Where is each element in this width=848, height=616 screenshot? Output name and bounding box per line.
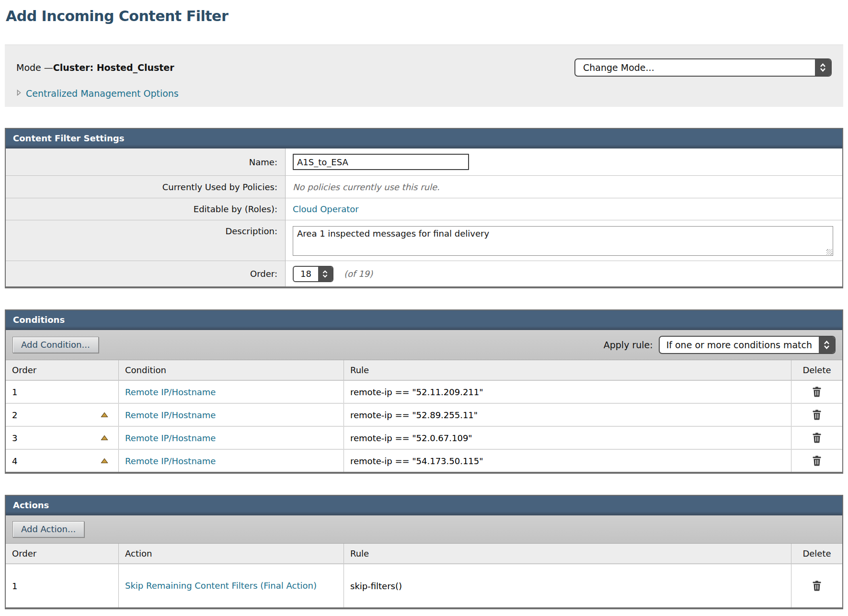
page-title: Add Incoming Content Filter xyxy=(6,8,843,24)
change-mode-select[interactable]: Change Mode... xyxy=(574,58,832,77)
change-mode-select-value: Change Mode... xyxy=(575,59,815,76)
action-order: 1 xyxy=(12,581,17,591)
disclosure-triangle-icon xyxy=(16,89,22,98)
policies-label: Currently Used by Policies: xyxy=(6,176,286,198)
order-select-value: 18 xyxy=(294,267,318,281)
centralized-management-options-label: Centralized Management Options xyxy=(26,88,179,99)
condition-link[interactable]: Remote IP/Hostname xyxy=(125,456,216,466)
column-header-action: Action xyxy=(119,544,344,563)
move-up-icon[interactable] xyxy=(101,435,108,441)
content-filter-settings-header: Content Filter Settings xyxy=(6,129,842,148)
action-link[interactable]: Skip Remaining Content Filters (Final Ac… xyxy=(125,580,317,592)
centralized-management-options-link[interactable]: Centralized Management Options xyxy=(16,88,179,99)
column-header-order: Order xyxy=(6,360,119,380)
apply-rule-label: Apply rule: xyxy=(604,340,653,350)
select-chevrons-icon xyxy=(815,59,831,76)
description-label: Description: xyxy=(6,220,286,261)
actions-table-header: Order Action Rule Delete xyxy=(6,544,842,564)
page: Add Incoming Content Filter Mode —Cluste… xyxy=(0,0,848,616)
mode-text: Mode —Cluster: Hosted_Cluster xyxy=(16,62,174,73)
actions-table: Order Action Rule Delete 1 Skip Remainin… xyxy=(6,544,842,607)
apply-rule-select-value: If one or more conditions match xyxy=(660,337,819,353)
delete-condition-button[interactable] xyxy=(811,432,823,444)
conditions-section: Conditions Add Condition... Apply rule: … xyxy=(5,309,843,474)
order-label: Order: xyxy=(6,261,286,286)
trash-icon xyxy=(812,456,822,466)
trash-icon xyxy=(812,581,822,591)
add-action-button[interactable]: Add Action... xyxy=(12,521,84,537)
condition-link[interactable]: Remote IP/Hostname xyxy=(125,433,216,443)
conditions-table-header: Order Condition Rule Delete xyxy=(6,360,842,381)
trash-icon xyxy=(812,433,822,443)
delete-condition-button[interactable] xyxy=(811,386,823,398)
textarea-resize-grip[interactable] xyxy=(826,249,832,255)
condition-order: 4 xyxy=(12,456,17,466)
description-textarea[interactable]: Area 1 inspected messages for final deli… xyxy=(293,226,833,256)
action-row: 1 Skip Remaining Content Filters (Final … xyxy=(6,564,842,607)
delete-condition-button[interactable] xyxy=(811,409,823,421)
conditions-table: Order Condition Rule Delete 1 Remote IP/… xyxy=(6,360,842,472)
content-filter-settings-section: Content Filter Settings Name: Currently … xyxy=(5,128,843,288)
column-header-rule: Rule xyxy=(344,544,791,563)
name-label: Name: xyxy=(6,148,286,175)
add-condition-button[interactable]: Add Condition... xyxy=(12,337,99,353)
condition-row: 1 Remote IP/Hostname remote-ip == "52.11… xyxy=(6,381,842,404)
condition-order: 2 xyxy=(12,410,17,420)
column-header-delete: Delete xyxy=(791,360,842,380)
condition-rule: remote-ip == "52.11.209.211" xyxy=(344,381,791,403)
conditions-toolbar: Add Condition... Apply rule: If one or m… xyxy=(6,330,842,360)
condition-link[interactable]: Remote IP/Hostname xyxy=(125,387,216,397)
roles-value-link[interactable]: Cloud Operator xyxy=(293,204,359,214)
name-input[interactable] xyxy=(293,154,469,170)
actions-header: Actions xyxy=(6,496,842,515)
column-header-order: Order xyxy=(6,544,119,563)
column-header-condition: Condition xyxy=(119,360,344,380)
mode-label: Mode — xyxy=(16,62,53,73)
condition-link[interactable]: Remote IP/Hostname xyxy=(125,410,216,420)
actions-section: Actions Add Action... Order Action Rule … xyxy=(5,495,843,609)
condition-rule: remote-ip == "54.173.50.115" xyxy=(344,450,791,472)
mode-panel: Mode —Cluster: Hosted_Cluster Change Mod… xyxy=(5,45,843,107)
move-up-icon[interactable] xyxy=(101,458,108,464)
order-total: (of 19) xyxy=(344,269,373,279)
action-rule: skip-filters() xyxy=(344,564,791,607)
order-select[interactable]: 18 xyxy=(293,266,333,282)
condition-order: 1 xyxy=(12,387,17,397)
select-chevrons-icon xyxy=(819,337,835,353)
conditions-header: Conditions xyxy=(6,310,842,330)
roles-label: Editable by (Roles): xyxy=(6,198,286,220)
condition-rule: remote-ip == "52.0.67.109" xyxy=(344,427,791,449)
delete-action-button[interactable] xyxy=(811,580,823,592)
actions-toolbar: Add Action... xyxy=(6,515,842,544)
condition-rule: remote-ip == "52.89.255.11" xyxy=(344,404,791,426)
delete-condition-button[interactable] xyxy=(811,455,823,467)
condition-row: 2 Remote IP/Hostname remote-ip == "52.89… xyxy=(6,404,842,427)
apply-rule-select[interactable]: If one or more conditions match xyxy=(659,336,836,354)
select-chevrons-icon xyxy=(318,267,332,281)
mode-value: Cluster: Hosted_Cluster xyxy=(53,62,174,73)
trash-icon xyxy=(812,387,822,397)
condition-order: 3 xyxy=(12,433,17,443)
column-header-delete: Delete xyxy=(791,544,842,563)
policies-value: No policies currently use this rule. xyxy=(293,182,440,192)
column-header-rule: Rule xyxy=(344,360,791,380)
condition-row: 4 Remote IP/Hostname remote-ip == "54.17… xyxy=(6,450,842,472)
move-up-icon[interactable] xyxy=(101,412,108,418)
trash-icon xyxy=(812,410,822,420)
condition-row: 3 Remote IP/Hostname remote-ip == "52.0.… xyxy=(6,427,842,450)
